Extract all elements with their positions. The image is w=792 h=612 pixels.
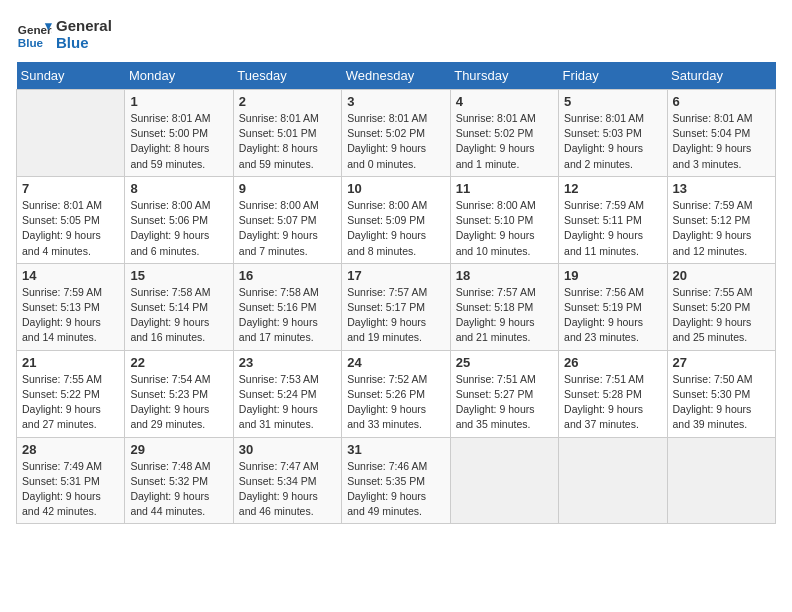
day-info: Sunrise: 8:01 AMSunset: 5:02 PMDaylight:… [347,111,444,172]
calendar-week-3: 14Sunrise: 7:59 AMSunset: 5:13 PMDayligh… [17,263,776,350]
calendar-cell: 8Sunrise: 8:00 AMSunset: 5:06 PMDaylight… [125,176,233,263]
calendar-cell: 30Sunrise: 7:47 AMSunset: 5:34 PMDayligh… [233,437,341,524]
calendar-cell: 13Sunrise: 7:59 AMSunset: 5:12 PMDayligh… [667,176,775,263]
calendar-cell: 3Sunrise: 8:01 AMSunset: 5:02 PMDaylight… [342,90,450,177]
weekday-header-row: SundayMondayTuesdayWednesdayThursdayFrid… [17,62,776,90]
day-info: Sunrise: 8:00 AMSunset: 5:06 PMDaylight:… [130,198,227,259]
day-info: Sunrise: 7:47 AMSunset: 5:34 PMDaylight:… [239,459,336,520]
day-number: 15 [130,268,227,283]
calendar-cell: 28Sunrise: 7:49 AMSunset: 5:31 PMDayligh… [17,437,125,524]
day-number: 23 [239,355,336,370]
logo: General Blue General Blue [16,16,112,52]
calendar-cell: 24Sunrise: 7:52 AMSunset: 5:26 PMDayligh… [342,350,450,437]
day-info: Sunrise: 7:59 AMSunset: 5:12 PMDaylight:… [673,198,770,259]
page-header: General Blue General Blue [16,16,776,52]
day-number: 10 [347,181,444,196]
day-info: Sunrise: 8:01 AMSunset: 5:03 PMDaylight:… [564,111,661,172]
calendar-cell: 5Sunrise: 8:01 AMSunset: 5:03 PMDaylight… [559,90,667,177]
day-number: 2 [239,94,336,109]
calendar-cell: 29Sunrise: 7:48 AMSunset: 5:32 PMDayligh… [125,437,233,524]
weekday-header-friday: Friday [559,62,667,90]
day-info: Sunrise: 8:01 AMSunset: 5:05 PMDaylight:… [22,198,119,259]
calendar-cell: 31Sunrise: 7:46 AMSunset: 5:35 PMDayligh… [342,437,450,524]
day-info: Sunrise: 7:51 AMSunset: 5:27 PMDaylight:… [456,372,553,433]
day-number: 24 [347,355,444,370]
weekday-header-wednesday: Wednesday [342,62,450,90]
day-info: Sunrise: 8:00 AMSunset: 5:10 PMDaylight:… [456,198,553,259]
calendar-cell: 21Sunrise: 7:55 AMSunset: 5:22 PMDayligh… [17,350,125,437]
day-info: Sunrise: 7:52 AMSunset: 5:26 PMDaylight:… [347,372,444,433]
day-number: 18 [456,268,553,283]
day-number: 27 [673,355,770,370]
day-info: Sunrise: 7:49 AMSunset: 5:31 PMDaylight:… [22,459,119,520]
calendar-cell [559,437,667,524]
day-info: Sunrise: 8:00 AMSunset: 5:07 PMDaylight:… [239,198,336,259]
day-info: Sunrise: 7:57 AMSunset: 5:18 PMDaylight:… [456,285,553,346]
calendar-cell: 9Sunrise: 8:00 AMSunset: 5:07 PMDaylight… [233,176,341,263]
calendar-week-2: 7Sunrise: 8:01 AMSunset: 5:05 PMDaylight… [17,176,776,263]
day-number: 13 [673,181,770,196]
calendar-cell: 19Sunrise: 7:56 AMSunset: 5:19 PMDayligh… [559,263,667,350]
calendar-cell: 12Sunrise: 7:59 AMSunset: 5:11 PMDayligh… [559,176,667,263]
day-info: Sunrise: 8:01 AMSunset: 5:01 PMDaylight:… [239,111,336,172]
calendar-cell: 11Sunrise: 8:00 AMSunset: 5:10 PMDayligh… [450,176,558,263]
calendar-cell: 23Sunrise: 7:53 AMSunset: 5:24 PMDayligh… [233,350,341,437]
calendar-cell: 26Sunrise: 7:51 AMSunset: 5:28 PMDayligh… [559,350,667,437]
calendar-cell: 22Sunrise: 7:54 AMSunset: 5:23 PMDayligh… [125,350,233,437]
day-number: 29 [130,442,227,457]
day-number: 26 [564,355,661,370]
calendar-cell [17,90,125,177]
svg-text:Blue: Blue [18,36,44,49]
weekday-header-tuesday: Tuesday [233,62,341,90]
day-number: 22 [130,355,227,370]
day-info: Sunrise: 7:55 AMSunset: 5:20 PMDaylight:… [673,285,770,346]
logo-blue: Blue [56,34,112,51]
day-info: Sunrise: 7:54 AMSunset: 5:23 PMDaylight:… [130,372,227,433]
day-number: 12 [564,181,661,196]
day-number: 21 [22,355,119,370]
calendar-cell [667,437,775,524]
day-number: 17 [347,268,444,283]
calendar-cell: 17Sunrise: 7:57 AMSunset: 5:17 PMDayligh… [342,263,450,350]
day-info: Sunrise: 7:58 AMSunset: 5:14 PMDaylight:… [130,285,227,346]
day-number: 16 [239,268,336,283]
day-info: Sunrise: 7:59 AMSunset: 5:13 PMDaylight:… [22,285,119,346]
day-info: Sunrise: 8:01 AMSunset: 5:04 PMDaylight:… [673,111,770,172]
day-info: Sunrise: 8:00 AMSunset: 5:09 PMDaylight:… [347,198,444,259]
day-number: 7 [22,181,119,196]
day-info: Sunrise: 7:57 AMSunset: 5:17 PMDaylight:… [347,285,444,346]
day-number: 20 [673,268,770,283]
calendar-week-5: 28Sunrise: 7:49 AMSunset: 5:31 PMDayligh… [17,437,776,524]
logo-general: General [56,17,112,34]
day-number: 30 [239,442,336,457]
calendar-table: SundayMondayTuesdayWednesdayThursdayFrid… [16,62,776,524]
day-number: 6 [673,94,770,109]
weekday-header-monday: Monday [125,62,233,90]
day-number: 1 [130,94,227,109]
day-info: Sunrise: 7:56 AMSunset: 5:19 PMDaylight:… [564,285,661,346]
day-number: 8 [130,181,227,196]
calendar-cell: 7Sunrise: 8:01 AMSunset: 5:05 PMDaylight… [17,176,125,263]
day-info: Sunrise: 8:01 AMSunset: 5:00 PMDaylight:… [130,111,227,172]
calendar-cell: 18Sunrise: 7:57 AMSunset: 5:18 PMDayligh… [450,263,558,350]
day-info: Sunrise: 7:48 AMSunset: 5:32 PMDaylight:… [130,459,227,520]
calendar-cell: 20Sunrise: 7:55 AMSunset: 5:20 PMDayligh… [667,263,775,350]
weekday-header-saturday: Saturday [667,62,775,90]
day-info: Sunrise: 7:59 AMSunset: 5:11 PMDaylight:… [564,198,661,259]
weekday-header-sunday: Sunday [17,62,125,90]
calendar-week-1: 1Sunrise: 8:01 AMSunset: 5:00 PMDaylight… [17,90,776,177]
day-number: 11 [456,181,553,196]
calendar-cell: 16Sunrise: 7:58 AMSunset: 5:16 PMDayligh… [233,263,341,350]
day-number: 28 [22,442,119,457]
calendar-cell: 25Sunrise: 7:51 AMSunset: 5:27 PMDayligh… [450,350,558,437]
day-number: 25 [456,355,553,370]
day-number: 14 [22,268,119,283]
day-info: Sunrise: 7:55 AMSunset: 5:22 PMDaylight:… [22,372,119,433]
day-info: Sunrise: 8:01 AMSunset: 5:02 PMDaylight:… [456,111,553,172]
calendar-week-4: 21Sunrise: 7:55 AMSunset: 5:22 PMDayligh… [17,350,776,437]
day-info: Sunrise: 7:50 AMSunset: 5:30 PMDaylight:… [673,372,770,433]
day-number: 4 [456,94,553,109]
calendar-cell: 4Sunrise: 8:01 AMSunset: 5:02 PMDaylight… [450,90,558,177]
day-info: Sunrise: 7:51 AMSunset: 5:28 PMDaylight:… [564,372,661,433]
calendar-cell: 10Sunrise: 8:00 AMSunset: 5:09 PMDayligh… [342,176,450,263]
